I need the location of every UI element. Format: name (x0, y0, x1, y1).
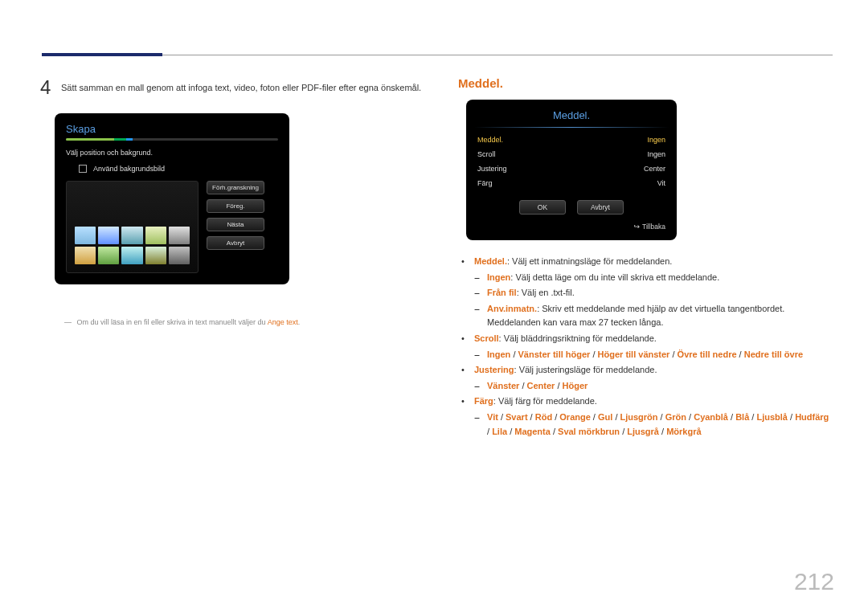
left-column: 4 Sätt samman en mall genom att infoga t… (40, 76, 434, 440)
title-underline (474, 127, 669, 128)
bullet-text: Justering: Välj justeringsläge för medde… (474, 363, 657, 378)
thumbnail[interactable] (75, 247, 96, 264)
sub-bullet-text: Ingen / Vänster till höger / Höger till … (487, 348, 803, 362)
thumbnail[interactable] (121, 247, 142, 264)
thumbnail-grid (75, 227, 190, 264)
thumbnail[interactable] (75, 227, 96, 244)
footnote-action: Ange text (268, 318, 298, 326)
setting-value: Center (644, 165, 665, 173)
sub-bullet-text: Anv.inmatn.: Skriv ett meddelande med hj… (487, 302, 833, 330)
cancel-button[interactable]: Avbryt (207, 236, 264, 250)
progress-bar (66, 138, 278, 141)
setting-label: Färg (477, 179, 493, 187)
setting-row-farg[interactable]: Färg Vit (477, 176, 665, 190)
prev-button[interactable]: Föreg. (207, 199, 264, 213)
setting-label: Scroll (477, 150, 496, 158)
next-button[interactable]: Nästa (207, 218, 264, 231)
cancel-button[interactable]: Avbryt (577, 200, 624, 215)
description-list: • Meddel.: Välj ett inmatningsläge för m… (458, 255, 833, 439)
preview-button[interactable]: Förh.granskning (207, 181, 264, 194)
meddel-panel: Meddel. Meddel. Ingen Scroll Ingen Juste… (466, 100, 677, 240)
setting-row-scroll[interactable]: Scroll Ingen (477, 147, 665, 161)
step-number: 4 (40, 76, 61, 99)
right-column: Meddel. Meddel. Meddel. Ingen Scroll Ing… (458, 76, 833, 440)
checkbox-label: Använd bakgrundsbild (93, 165, 165, 173)
sub-bullet-text: Vänster / Center / Höger (487, 379, 588, 394)
footnote: ― Om du vill läsa in en fil eller skriva… (64, 318, 434, 326)
checkbox-icon[interactable] (79, 165, 87, 173)
skapa-title: Skapa (66, 123, 278, 135)
return-icon: ↩ (633, 223, 640, 231)
use-background-checkbox-row[interactable]: Använd bakgrundsbild (79, 165, 278, 173)
footnote-suffix: . (298, 318, 301, 326)
thumbnail[interactable] (98, 227, 119, 244)
setting-value: Ingen (647, 136, 665, 144)
bullet-text: Färg: Välj färg för meddelande. (474, 394, 597, 409)
sub-bullet-text: Ingen: Välj detta läge om du inte vill s… (487, 271, 719, 285)
ok-button[interactable]: OK (519, 200, 566, 215)
meddel-panel-title: Meddel. (553, 109, 590, 121)
sub-bullet-text: Från fil: Välj en .txt-fil. (487, 286, 575, 300)
bullet-text: Meddel.: Välj ett inmatningsläge för med… (474, 255, 672, 269)
thumbnail[interactable] (121, 227, 142, 244)
thumbnail[interactable] (169, 227, 190, 244)
thumbnail[interactable] (145, 247, 166, 264)
skapa-panel: Skapa Välj position och bakgrund. Använd… (55, 113, 289, 284)
setting-row-meddel[interactable]: Meddel. Ingen (477, 133, 665, 147)
skapa-subtitle: Välj position och bakgrund. (66, 149, 278, 157)
sub-bullet-text: Vit / Svart / Röd / Orange / Gul / Ljusg… (487, 411, 833, 439)
setting-label: Justering (477, 165, 507, 173)
setting-row-justering[interactable]: Justering Center (477, 161, 665, 176)
setting-value: Vit (657, 179, 665, 187)
step-text: Sätt samman en mall genom att infoga tex… (61, 76, 421, 92)
thumbnail[interactable] (169, 247, 190, 264)
template-preview-area (66, 181, 199, 273)
page-number: 212 (794, 568, 834, 595)
setting-label: Meddel. (477, 136, 503, 144)
thumbnail[interactable] (98, 247, 119, 264)
meddel-heading: Meddel. (458, 76, 833, 90)
thumbnail[interactable] (145, 227, 166, 244)
footnote-prefix: Om du vill läsa in en fil eller skriva i… (77, 318, 268, 326)
back-label: Tillbaka (642, 223, 665, 231)
bullet-text: Scroll: Välj bläddringsriktning för medd… (474, 332, 657, 346)
header-accent (42, 53, 162, 56)
setting-value: Ingen (647, 150, 665, 158)
back-row[interactable]: ↩Tillbaka (466, 215, 677, 232)
